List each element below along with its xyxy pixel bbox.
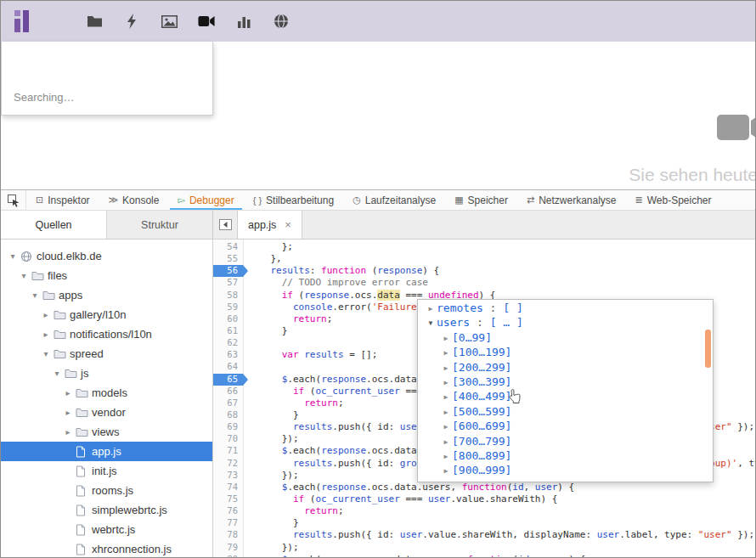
chevron-down-icon[interactable]: ▾ [30,290,40,300]
line-number[interactable]: 71 [213,445,243,457]
object-node-0-99[interactable]: ▶[0…99] [418,331,713,346]
tree-item-models[interactable]: ▸models [1,383,212,403]
tree-item-simplewebrtc-js[interactable]: simplewebrtc.js [1,500,212,520]
devtools-tab-styleeditor[interactable]: { }Stilbearbeitung [244,190,343,210]
expand-arrow-icon[interactable]: ▶ [440,332,452,346]
object-node-700-799[interactable]: ▶[700…799] [418,435,713,449]
tree-item-views[interactable]: ▸views [1,422,212,442]
expand-arrow-icon[interactable]: ▶ [440,362,452,375]
tree-item-app-js[interactable]: app.js [1,442,212,461]
line-number[interactable]: 62 [213,337,243,349]
expand-arrow-icon[interactable]: ▶ [440,436,452,449]
breakpoint-line-number[interactable]: 65 [213,374,243,386]
object-node-900-999[interactable]: ▶[900…999] [418,464,713,478]
lightning-icon[interactable] [123,13,140,30]
collapse-panes-button[interactable] [213,211,237,239]
line-number[interactable]: 57 [213,277,243,289]
image-icon[interactable] [161,13,178,30]
chevron-right-icon[interactable]: ▸ [41,330,51,339]
chevron-right-icon[interactable]: ▸ [63,427,73,437]
tree-item-vendor[interactable]: ▸vendor [1,403,212,422]
devtools-tab-network[interactable]: ⇄Netzwerkanalyse [517,190,626,210]
line-number[interactable]: 64 [213,361,243,373]
app-logo[interactable] [14,9,35,33]
line-number[interactable]: 54 [213,241,243,253]
tree-item-spreed[interactable]: ▾spreed [1,344,212,364]
editor-gutter[interactable]: 5455565758596061626364656667686970717273… [213,240,244,557]
line-number[interactable]: 55 [213,253,243,265]
source-tab-appjs[interactable]: app.js × [237,211,302,239]
line-number[interactable]: 61 [213,325,243,337]
devtools-tab-performance[interactable]: ◷Laufzeitanalyse [343,190,445,210]
chevron-down-icon[interactable]: ▾ [19,271,29,280]
tree-item-rooms-js[interactable]: rooms.js [1,481,212,500]
tree-item-webrtc-js[interactable]: webrtc.js [1,520,212,539]
line-number[interactable]: 68 [213,409,243,421]
devtools-tab-console[interactable]: ≫Konsole [99,190,169,210]
search-dropdown[interactable]: Searching… [1,42,213,116]
object-node-users[interactable]: ▼users : [ … ] [418,316,713,330]
line-number[interactable]: 67 [213,397,243,409]
line-number[interactable]: 74 [213,482,243,493]
tree-item-init-js[interactable]: init.js [1,461,212,481]
popup-scroll-marker[interactable] [705,330,711,368]
element-picker-button[interactable] [1,190,26,210]
object-node-remotes[interactable]: ▶remotes : [ ] [418,302,713,316]
line-number[interactable]: 59 [213,302,243,313]
line-number[interactable]: 73 [213,470,243,482]
line-number[interactable]: 76 [213,505,243,517]
pane-tab-quellen[interactable]: Quellen [1,211,107,239]
chart-icon[interactable] [235,13,252,30]
chevron-right-icon[interactable]: ▸ [41,310,51,319]
object-node-100-199[interactable]: ▶[100…199] [418,346,713,360]
tree-item-cloud-elkb-de[interactable]: ▾cloud.elkb.de [1,246,212,266]
line-number[interactable]: 60 [213,313,243,325]
close-icon[interactable]: × [285,218,291,231]
tree-item-apps[interactable]: ▾apps [1,285,212,305]
camera-icon[interactable] [198,13,215,30]
chevron-right-icon[interactable]: ▸ [63,388,73,397]
expand-arrow-icon[interactable]: ▶ [440,406,452,420]
chevron-down-icon[interactable]: ▾ [41,349,51,358]
object-node-800-899[interactable]: ▶[800…899] [418,449,713,464]
line-number[interactable]: 78 [213,529,243,541]
line-number[interactable]: 75 [213,493,243,505]
line-number[interactable]: 77 [213,517,243,529]
object-node-600-699[interactable]: ▶[600…699] [418,420,713,434]
line-number[interactable]: 70 [213,433,243,445]
expand-arrow-icon[interactable]: ▶ [440,465,452,478]
expand-arrow-open-icon[interactable]: ▼ [425,317,437,330]
tree-item-js[interactable]: ▾js [1,364,212,383]
expand-arrow-icon[interactable]: ▶ [440,391,452,404]
pane-tab-struktur[interactable]: Struktur [107,211,212,239]
folder-icon[interactable] [86,13,103,30]
object-node-200-299[interactable]: ▶[200…299] [418,361,713,375]
object-node-400-499[interactable]: ▶[400…499] [418,390,713,404]
devtools-tab-debugger[interactable]: ▻Debugger [168,190,243,210]
object-node-500-599[interactable]: ▶[500…599] [418,405,713,420]
chevron-right-icon[interactable]: ▸ [63,408,73,417]
expand-arrow-icon[interactable]: ▶ [440,420,452,434]
line-number[interactable]: 63 [213,349,243,361]
expand-arrow-icon[interactable]: ▶ [440,376,452,390]
devtools-tab-storage[interactable]: ≣Web-Speicher [626,190,721,210]
chevron-down-icon[interactable]: ▾ [52,369,62,378]
devtools-tab-inspector[interactable]: ⊡Inspektor [26,190,99,210]
tree-item-gallery-l10n[interactable]: ▸gallery/l10n [1,305,212,324]
line-number[interactable]: 66 [213,386,243,397]
chevron-down-icon[interactable]: ▾ [8,251,18,261]
devtools-tab-memory[interactable]: ▦Speicher [445,190,517,210]
expand-arrow-icon[interactable]: ▶ [440,450,452,464]
object-node-300-399[interactable]: ▶[300…399] [418,375,713,390]
line-number[interactable]: 58 [213,290,243,302]
expand-arrow-icon[interactable]: ▶ [425,302,437,316]
tree-item-notifications-l10n[interactable]: ▸notifications/l10n [1,324,212,344]
breakpoint-line-number[interactable]: 56 [213,265,243,277]
line-number[interactable]: 72 [213,458,243,470]
globe-icon[interactable] [273,13,290,30]
line-number[interactable]: 69 [213,421,243,433]
tree-item-files[interactable]: ▾files [1,266,212,285]
line-number[interactable]: 79 [213,542,243,554]
expand-arrow-icon[interactable]: ▶ [440,347,452,360]
line-number[interactable]: 80 [213,554,243,557]
